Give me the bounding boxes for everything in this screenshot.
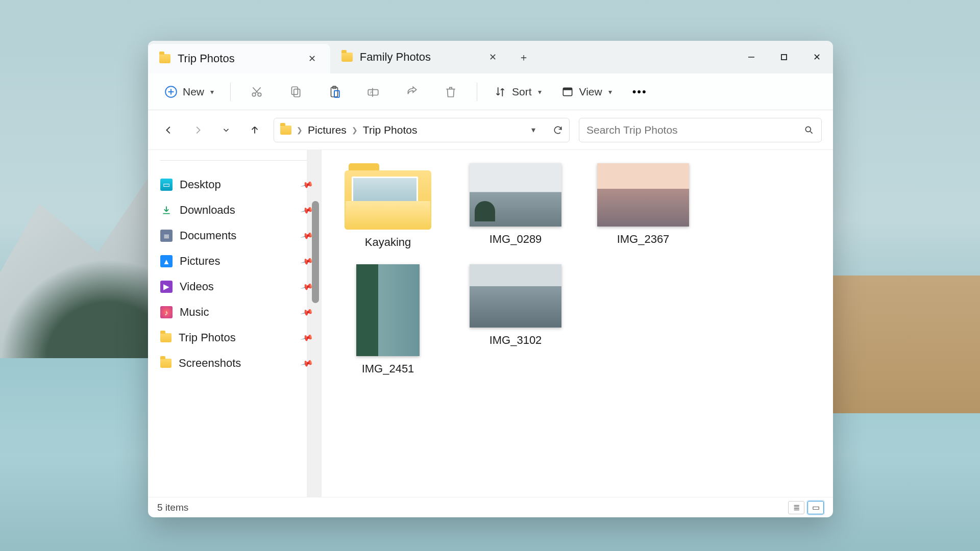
folder-icon (160, 359, 172, 368)
more-button[interactable]: ••• (624, 82, 655, 102)
search-box[interactable] (579, 118, 822, 142)
image-thumbnail (597, 163, 689, 227)
tab-title: Trip Photos (178, 52, 235, 65)
image-thumbnail (470, 163, 561, 227)
up-button[interactable] (245, 120, 264, 140)
tab-title: Family Photos (360, 51, 431, 64)
pin-icon[interactable]: 📌 (300, 178, 314, 191)
pin-icon[interactable]: 📌 (300, 357, 314, 370)
sidebar: ▭ Desktop 📌 Downloads 📌 ≣ Documents 📌 ▲ … (148, 150, 322, 497)
cut-button[interactable] (240, 80, 274, 104)
breadcrumb-segment[interactable]: Pictures (308, 124, 347, 136)
share-icon (405, 85, 419, 98)
sidebar-item-trip-photos[interactable]: Trip Photos 📌 (155, 325, 317, 350)
image-item[interactable]: IMG_2367 (592, 163, 694, 249)
navigation-bar: ❯ Pictures ❯ Trip Photos ▾ (148, 110, 833, 150)
new-button[interactable]: New ▾ (157, 81, 221, 103)
pin-icon[interactable]: 📌 (300, 306, 314, 319)
share-button[interactable] (395, 80, 429, 104)
svg-rect-18 (563, 88, 572, 90)
sort-button[interactable]: Sort ▾ (486, 81, 549, 103)
videos-icon: ▶ (160, 281, 173, 293)
window-controls: ✕ (735, 41, 833, 73)
close-tab-button[interactable]: ✕ (305, 51, 319, 66)
rename-button[interactable]: A (356, 80, 390, 104)
view-switcher: ≣ ▭ (788, 501, 824, 514)
paste-button[interactable] (317, 80, 351, 104)
pin-icon[interactable]: 📌 (300, 229, 314, 242)
close-tab-button[interactable]: ✕ (486, 49, 500, 65)
separator (230, 83, 231, 101)
pin-icon[interactable]: 📌 (300, 204, 314, 217)
sidebar-item-label: Music (180, 306, 209, 319)
documents-icon: ≣ (160, 230, 173, 242)
tab-trip-photos[interactable]: Trip Photos ✕ (148, 44, 330, 73)
chevron-down-icon: ▾ (210, 88, 214, 96)
sidebar-item-label: Desktop (180, 178, 221, 191)
back-button[interactable] (159, 120, 179, 140)
content-area[interactable]: Kayaking IMG_0289 IMG_2367 IMG_2451 IMG_… (322, 150, 833, 497)
desktop-icon: ▭ (160, 179, 173, 191)
thumbnails-view-button[interactable]: ▭ (807, 501, 824, 514)
music-icon: ♪ (160, 306, 173, 318)
sidebar-item-desktop[interactable]: ▭ Desktop 📌 (155, 172, 317, 197)
pin-icon[interactable]: 📌 (300, 331, 314, 344)
titlebar: Trip Photos ✕ Family Photos ✕ ＋ ✕ (148, 41, 833, 73)
svg-text:A: A (370, 90, 373, 95)
view-icon (561, 85, 574, 98)
refresh-icon[interactable] (553, 125, 563, 135)
view-button[interactable]: View ▾ (554, 81, 619, 103)
new-label: New (183, 86, 204, 98)
item-label: IMG_0289 (489, 233, 542, 246)
copy-button[interactable] (279, 80, 312, 104)
image-item[interactable]: IMG_3102 (464, 264, 567, 375)
new-tab-button[interactable]: ＋ (511, 41, 536, 73)
image-item[interactable]: IMG_0289 (464, 163, 567, 249)
tab-family-photos[interactable]: Family Photos ✕ (330, 41, 511, 73)
recent-dropdown[interactable] (216, 120, 236, 140)
delete-button[interactable] (434, 80, 468, 104)
item-label: IMG_2367 (617, 233, 670, 246)
folder-item[interactable]: Kayaking (337, 163, 439, 249)
sidebar-item-label: Pictures (180, 255, 220, 268)
sort-icon (494, 85, 507, 98)
maximize-button[interactable] (768, 41, 800, 73)
sidebar-item-music[interactable]: ♪ Music 📌 (155, 299, 317, 325)
chevron-down-icon: ▾ (608, 88, 612, 96)
svg-point-19 (805, 127, 811, 132)
folder-icon (159, 54, 170, 63)
folder-icon (341, 53, 353, 62)
sidebar-item-documents[interactable]: ≣ Documents 📌 (155, 223, 317, 248)
sidebar-item-downloads[interactable]: Downloads 📌 (155, 197, 317, 223)
file-explorer-window: Trip Photos ✕ Family Photos ✕ ＋ ✕ New ▾ (148, 41, 833, 517)
image-item[interactable]: IMG_2451 (337, 264, 439, 375)
item-label: Kayaking (365, 236, 411, 249)
sidebar-item-label: Screenshots (179, 357, 241, 370)
sidebar-item-label: Downloads (180, 204, 235, 217)
sidebar-item-videos[interactable]: ▶ Videos 📌 (155, 274, 317, 299)
sidebar-item-screenshots[interactable]: Screenshots 📌 (155, 350, 317, 376)
clipboard-icon (328, 85, 341, 98)
sidebar-item-pictures[interactable]: ▲ Pictures 📌 (155, 248, 317, 274)
details-view-button[interactable]: ≣ (788, 501, 804, 514)
copy-icon (289, 85, 302, 98)
search-input[interactable] (586, 124, 804, 136)
arrow-up-icon (249, 124, 260, 136)
view-label: View (579, 86, 602, 98)
breadcrumb-dropdown[interactable]: ▾ (531, 125, 535, 135)
sidebar-item-label: Documents (180, 229, 236, 242)
chevron-down-icon (222, 126, 231, 135)
address-bar[interactable]: ❯ Pictures ❯ Trip Photos ▾ (274, 118, 570, 142)
breadcrumb-segment[interactable]: Trip Photos (363, 124, 418, 136)
pin-icon[interactable]: 📌 (300, 280, 314, 293)
downloads-icon (160, 204, 173, 216)
separator (477, 83, 477, 101)
image-thumbnail (356, 264, 420, 356)
forward-button[interactable] (188, 120, 207, 140)
body: ▭ Desktop 📌 Downloads 📌 ≣ Documents 📌 ▲ … (148, 150, 833, 497)
close-window-button[interactable]: ✕ (800, 41, 833, 73)
pin-icon[interactable]: 📌 (300, 255, 314, 268)
minimize-button[interactable] (735, 41, 768, 73)
svg-rect-9 (291, 87, 298, 94)
rename-icon: A (366, 85, 380, 98)
